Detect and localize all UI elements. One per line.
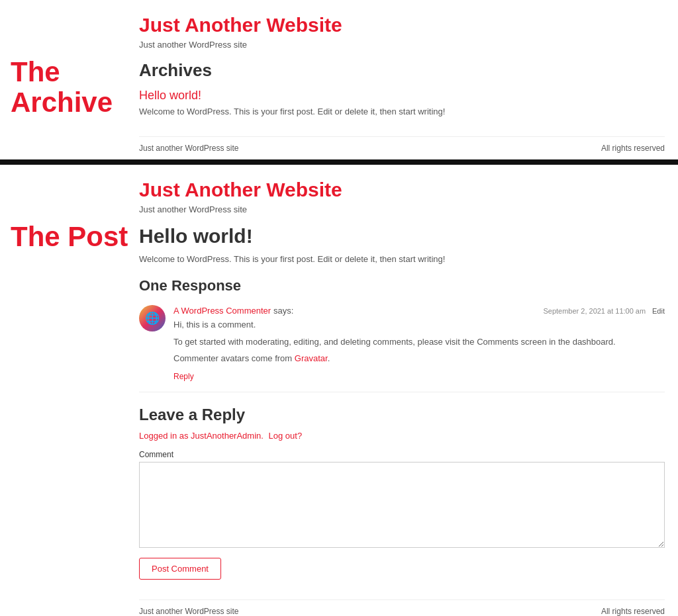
page-wrapper: The Archive Just Another Website Just an…: [0, 0, 678, 616]
archive-label: The Archive: [11, 57, 139, 118]
comment-date: September 2, 2021 at 11:00 am: [543, 307, 646, 315]
post-footer-tagline: Just another WordPress site: [139, 607, 239, 616]
comment-field-label: Comment: [139, 450, 665, 459]
comment-gravatar-prefix: Commenter avatars come from: [173, 353, 292, 363]
comment-gravatar-suffix: .: [328, 353, 330, 363]
logged-in-message: Logged in as JustAnotherAdmin. Log out?: [139, 431, 665, 441]
leave-reply-heading: Leave a Reply: [139, 406, 665, 424]
comment-text-1: Hi, this is a comment.: [173, 318, 665, 331]
archive-footer-tagline: Just another WordPress site: [139, 144, 239, 153]
comment-edit-link[interactable]: Edit: [652, 307, 665, 315]
archive-post-excerpt: Welcome to WordPress. This is your first…: [139, 107, 665, 116]
archive-section-label-container: The Archive: [0, 0, 139, 159]
top-section: The Archive Just Another Website Just an…: [0, 0, 678, 159]
archive-site-header: Just Another Website Just another WordPr…: [139, 0, 665, 60]
post-label: The Post: [11, 222, 128, 252]
post-site-header: Just Another Website Just another WordPr…: [139, 165, 665, 225]
gravatar-link[interactable]: Gravatar: [295, 353, 328, 363]
post-main: Hello world! Welcome to WordPress. This …: [139, 225, 665, 593]
post-footer: Just another WordPress site All rights r…: [139, 599, 665, 617]
post-section-label-container: The Post: [0, 165, 139, 616]
archive-footer: Just another WordPress site All rights r…: [139, 136, 665, 159]
post-comment-button[interactable]: Post Comment: [139, 558, 221, 580]
post-footer-rights: All rights reserved: [601, 607, 665, 616]
comment-reply-link[interactable]: Reply: [173, 372, 194, 381]
comment-body: A WordPress Commenter says: September 2,…: [173, 305, 665, 381]
comment-says: says:: [273, 306, 293, 316]
comments-heading: One Response: [139, 277, 665, 294]
archive-content: Just Another Website Just another WordPr…: [139, 0, 678, 159]
comment-date-edit: September 2, 2021 at 11:00 am Edit: [543, 305, 665, 316]
comment-author-name[interactable]: A WordPress Commenter: [173, 306, 271, 316]
post-title: Hello world!: [139, 225, 665, 247]
comment-block: 🌐 A WordPress Commenter says: September …: [139, 305, 665, 392]
bottom-section: The Post Just Another Website Just anoth…: [0, 165, 678, 616]
commenter-avatar: 🌐: [139, 305, 166, 331]
archives-heading: Archives: [139, 60, 665, 81]
archive-post-link[interactable]: Hello world!: [139, 89, 665, 103]
archive-main: Archives Hello world! Welcome to WordPre…: [139, 60, 665, 130]
post-site-tagline: Just another WordPress site: [139, 204, 665, 214]
comment-meta: A WordPress Commenter says: September 2,…: [173, 305, 665, 316]
logged-in-text: Logged in as JustAnotherAdmin.: [139, 431, 264, 441]
logout-link[interactable]: Log out?: [269, 431, 303, 441]
section-divider: [0, 159, 678, 165]
archive-site-tagline: Just another WordPress site: [139, 40, 665, 50]
archive-site-title[interactable]: Just Another Website: [139, 13, 665, 37]
comment-textarea[interactable]: [139, 462, 665, 548]
comment-author-says: A WordPress Commenter says:: [173, 305, 293, 316]
comment-text-2: To get started with moderating, editing,…: [173, 335, 665, 349]
post-site-title[interactable]: Just Another Website: [139, 178, 665, 202]
post-content-area: Just Another Website Just another WordPr…: [139, 165, 678, 616]
archive-footer-rights: All rights reserved: [601, 144, 665, 153]
leave-reply-section: Leave a Reply Logged in as JustAnotherAd…: [139, 406, 665, 580]
post-body: Welcome to WordPress. This is your first…: [139, 254, 665, 264]
comment-text-3: Commenter avatars come from Gravatar.: [173, 352, 665, 365]
